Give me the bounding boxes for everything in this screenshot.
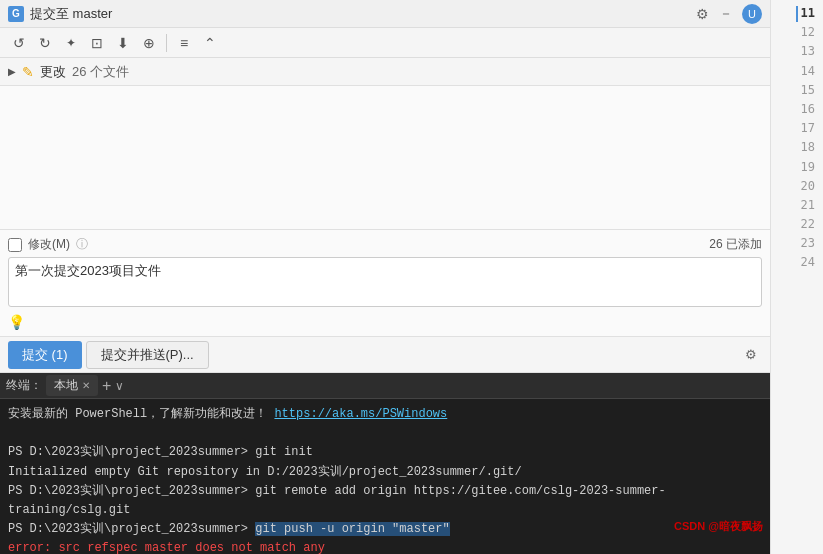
- terminal-add-tab-icon[interactable]: +: [102, 377, 111, 395]
- line-num-15: 15: [801, 81, 823, 100]
- terminal-line-install: 安装最新的 PowerShell，了解新功能和改进！ https://aka.m…: [8, 405, 762, 424]
- commit-settings-icon[interactable]: ⚙: [740, 344, 762, 366]
- terminal-output-1: Initialized empty Git repository in D:/2…: [8, 465, 522, 479]
- line-number-20: 20: [801, 177, 823, 196]
- commit-info-icon: ⓘ: [76, 236, 88, 253]
- minimize-icon[interactable]: －: [718, 6, 734, 22]
- line-number-23: 23: [801, 234, 823, 253]
- line-num-17: 17: [801, 119, 823, 138]
- commit-button[interactable]: 提交 (1): [8, 341, 82, 369]
- title-bar: G 提交至 master ⚙ － U: [0, 0, 770, 28]
- fetch-button[interactable]: ⊕: [138, 32, 160, 54]
- line-num-20: 20: [801, 177, 823, 196]
- line-numbers: 1112131415161718192021222324: [771, 0, 823, 277]
- refresh-button[interactable]: ↺: [8, 32, 30, 54]
- changes-label: 更改: [40, 63, 66, 81]
- line-num-19: 19: [801, 158, 823, 177]
- toolbar: ↺ ↻ ✦ ⊡ ⬇ ⊕ ≡ ⌃: [0, 28, 770, 58]
- terminal-cmd-1: git init: [255, 445, 313, 459]
- git-icon: G: [8, 6, 24, 22]
- terminal-line-init-output: Initialized empty Git repository in D:/2…: [8, 463, 762, 482]
- commit-checkbox[interactable]: [8, 238, 22, 252]
- undo-button[interactable]: ↻: [34, 32, 56, 54]
- commit-header: 修改(M) ⓘ 26 已添加: [8, 236, 762, 253]
- terminal-line-init: PS D:\2023实训\project_2023summer> git ini…: [8, 443, 762, 462]
- terminal-error-1: error: src refspec master does not match…: [8, 541, 325, 554]
- terminal-label: 终端：: [6, 377, 42, 394]
- line-number-24: 24: [801, 253, 823, 272]
- terminal-tab-local[interactable]: 本地 ✕: [46, 375, 98, 396]
- menu-button[interactable]: ≡: [173, 32, 195, 54]
- terminal-prompt-3: PS D:\2023实训\project_2023summer>: [8, 522, 255, 536]
- changes-count: 26 个文件: [72, 63, 129, 81]
- settings-icon[interactable]: ⚙: [694, 6, 710, 22]
- terminal-tab-chevron-icon[interactable]: ∨: [115, 379, 124, 393]
- line-num-12: 12: [801, 23, 823, 42]
- terminal-line-push: PS D:\2023实训\project_2023summer> git pus…: [8, 520, 762, 539]
- line-num-24: 24: [801, 253, 823, 272]
- terminal-install-text: 安装最新的 PowerShell，了解新功能和改进！: [8, 407, 274, 421]
- line-number-14: 14: [801, 62, 823, 81]
- line-number-17: 17: [801, 119, 823, 138]
- line-num-22: 22: [801, 215, 823, 234]
- commit-count: 26 已添加: [709, 236, 762, 253]
- line-number-21: 21: [801, 196, 823, 215]
- commit-header-left: 修改(M) ⓘ: [8, 236, 88, 253]
- commit-message-input[interactable]: 第一次提交2023项目文件: [8, 257, 762, 307]
- line-number-12: 12: [801, 23, 823, 42]
- terminal-line-error1: error: src refspec master does not match…: [8, 539, 762, 554]
- terminal-tabs: 终端： 本地 ✕ + ∨: [0, 373, 770, 399]
- line-number-11: 11: [796, 4, 823, 23]
- commit-area: 修改(M) ⓘ 26 已添加 第一次提交2023项目文件 💡: [0, 230, 770, 337]
- terminal-blank-line: [8, 424, 762, 443]
- changes-list-area: [0, 86, 770, 230]
- window-title: 提交至 master: [30, 5, 112, 23]
- terminal-prompt-1: PS D:\2023实训\project_2023summer>: [8, 445, 255, 459]
- terminal-content: 安装最新的 PowerShell，了解新功能和改进！ https://aka.m…: [0, 399, 770, 554]
- line-num-21: 21: [801, 196, 823, 215]
- avatar-icon[interactable]: U: [742, 4, 762, 24]
- bottom-buttons: 提交 (1) 提交并推送(P)... ⚙: [0, 337, 770, 373]
- line-number-18: 18: [801, 138, 823, 157]
- add-button[interactable]: ✦: [60, 32, 82, 54]
- changes-icon: ✎: [22, 64, 34, 80]
- terminal-cmd-3-highlight: git push -u origin "master": [255, 522, 449, 536]
- terminal-line-remote: PS D:\2023实训\project_2023summer> git rem…: [8, 482, 762, 520]
- commit-modify-label: 修改(M): [28, 236, 70, 253]
- stash-button[interactable]: ⊡: [86, 32, 108, 54]
- pull-button[interactable]: ⬇: [112, 32, 134, 54]
- line-number-13: 13: [801, 42, 823, 61]
- toolbar-separator: [166, 34, 167, 52]
- line-num-13: 13: [801, 42, 823, 61]
- changes-header: ▶ ✎ 更改 26 个文件: [0, 58, 770, 86]
- commit-push-button[interactable]: 提交并推送(P)...: [86, 341, 209, 369]
- title-bar-controls: ⚙ － U: [694, 4, 762, 24]
- line-number-16: 16: [801, 100, 823, 119]
- line-number-15: 15: [801, 81, 823, 100]
- title-bar-left: G 提交至 master: [8, 5, 112, 23]
- line-number-22: 22: [801, 215, 823, 234]
- terminal-tab-name: 本地: [54, 377, 78, 394]
- terminal-tab-close-icon[interactable]: ✕: [82, 380, 90, 391]
- line-num-14: 14: [801, 62, 823, 81]
- commit-hint: 💡: [8, 314, 762, 330]
- line-num-16: 16: [801, 100, 823, 119]
- more-button[interactable]: ⌃: [199, 32, 221, 54]
- right-panel: 1112131415161718192021222324: [770, 0, 823, 554]
- changes-toggle[interactable]: ▶: [8, 66, 16, 77]
- terminal-install-link[interactable]: https://aka.ms/PSWindows: [274, 407, 447, 421]
- line-num-23: 23: [801, 234, 823, 253]
- terminal-prompt-2: PS D:\2023实训\project_2023summer>: [8, 484, 255, 498]
- line-number-19: 19: [801, 158, 823, 177]
- active-line-indicator: [796, 6, 798, 22]
- csdn-watermark: CSDN @暗夜飘扬: [674, 519, 763, 534]
- commit-buttons: 提交 (1) 提交并推送(P)...: [8, 341, 209, 369]
- line-num-18: 18: [801, 138, 823, 157]
- line-num-11: 11: [800, 4, 823, 23]
